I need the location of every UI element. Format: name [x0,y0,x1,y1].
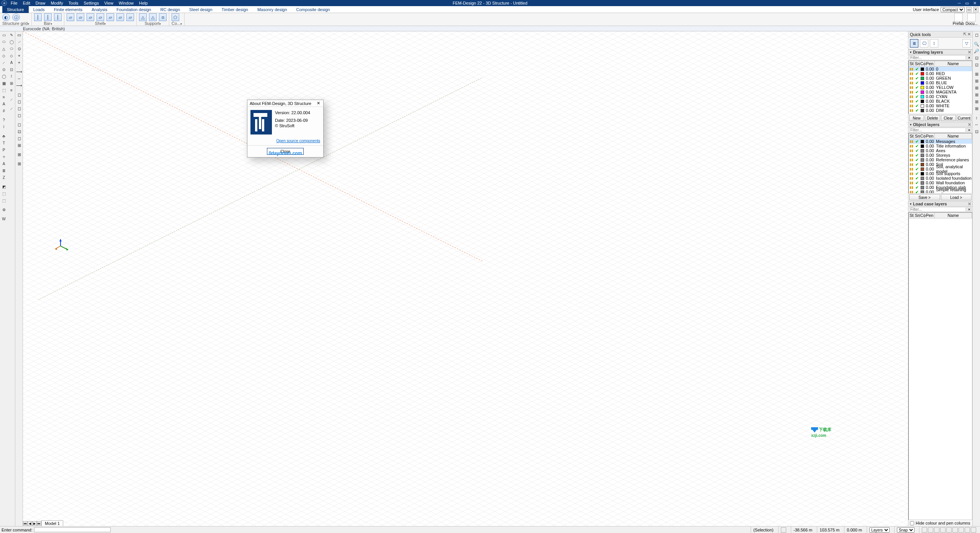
pin-icon[interactable]: ⇱ [963,32,967,37]
layer-row[interactable]: ▮▮✔0.00Storeys [909,153,972,157]
left-tool-26[interactable]: ⬚ [0,197,7,203]
layer-row[interactable]: ▮▮✔0.00MAGENTA [909,90,972,94]
left-tool-19[interactable]: ⟡ [0,154,7,160]
right-tool-0[interactable]: ◻ [973,32,980,38]
menu-help[interactable]: Help [139,1,148,5]
left-tool-c-2[interactable]: ⊙ [16,46,23,52]
close-section-icon[interactable]: ✕ [968,122,972,127]
tab-composite-design[interactable]: Composite design [292,6,335,13]
left-tool-b-4[interactable]: A [8,59,15,66]
right-tool-7[interactable]: ⊞ [973,71,980,77]
group-shell[interactable]: Shell [95,21,106,26]
right-tool-12[interactable]: ⊞ [973,105,980,112]
left-tool-6[interactable]: ◯ [0,73,7,79]
left-tool-18[interactable]: P [0,147,7,153]
left-tool-c-7[interactable]: ↔ [16,75,23,82]
open-source-link[interactable]: Open source components [276,139,320,143]
left-tool-c-16[interactable]: ⊡ [16,128,23,134]
snap-dropdown[interactable]: Snap [897,527,915,533]
menu-modify[interactable]: Modify [51,1,63,5]
minimize-button[interactable]: ─ [955,0,963,6]
snap-icon-3[interactable] [934,527,939,533]
snap-icon-8[interactable] [965,527,970,533]
tab-finite-elements[interactable]: Finite elements [49,6,87,13]
viewport-canvas[interactable]: 下载库 xzji.com [23,31,908,526]
layer-row[interactable]: ▮▮✔0.00Simple retaining wall [909,190,972,194]
snap-icon-4[interactable] [940,527,946,533]
new-layer-button[interactable]: New [909,115,924,121]
left-tool-13[interactable]: ? [0,117,7,123]
drawing-layers-header[interactable]: Drawing layers✕ [908,49,972,55]
snap-icon-7[interactable] [959,527,964,533]
close-section-icon[interactable]: ✕ [968,202,972,207]
left-tool-b-10[interactable]: ⟋ [8,96,15,102]
tab-nav-last-icon[interactable]: ⏭ [37,521,41,526]
left-tool-25[interactable]: ⬚ [0,190,7,197]
left-tool-b-12[interactable]: ⟋ [8,105,15,112]
ui-mode-select[interactable]: Compact [941,7,965,12]
snap-icon-6[interactable] [952,527,958,533]
support-tool-3-icon[interactable]: ⧈ [159,13,167,21]
save-layers-button[interactable]: Save > [909,194,940,200]
right-tool-16[interactable]: ⊡ [973,128,980,134]
left-tool-b-1[interactable]: ◯ [8,39,15,45]
left-tool-11[interactable]: # [0,108,7,114]
left-tool-c-6[interactable]: ⟶ [16,69,23,75]
layer-row[interactable]: ▮▮✔0.00YELLOW [909,85,972,90]
left-tool-c-8[interactable]: ⟶ [16,82,23,89]
selection-mode-icon[interactable] [781,527,786,533]
layer-row[interactable]: ▮▮✔0.00CYAN [909,94,972,99]
display-tab-icon[interactable]: 🖵 [920,39,928,48]
restore-window-icon[interactable]: ▭ [966,7,972,12]
left-tool-2[interactable]: △ [0,46,7,52]
load-layers-button[interactable]: Load > [941,194,972,200]
right-tool-9[interactable]: ⊞ [973,85,980,91]
left-tool-22[interactable]: Z [0,174,7,180]
snap-icon-2[interactable] [928,527,933,533]
left-tool-c-10[interactable]: ◻ [16,92,23,98]
left-tool-7[interactable]: ▦ [0,80,7,86]
right-tool-8[interactable]: ⊞ [973,78,980,84]
left-tool-20[interactable]: A [0,161,7,167]
left-tool-c-0[interactable]: ▭ [16,32,23,38]
left-tool-c-18[interactable]: ⊞ [16,142,23,148]
support-tool-1-icon[interactable]: △ [139,13,147,21]
menu-edit[interactable]: Edit [23,1,30,5]
bar-tool-1-icon[interactable]: ⎮ [34,13,42,21]
info-icon[interactable]: ⓘ [12,13,20,21]
tab-structure[interactable]: Structure [2,6,29,13]
clear-layer-button[interactable]: Clear [941,115,956,121]
model-tab-1[interactable]: Model 1 [41,520,63,526]
layers-tab-icon[interactable]: ≣ [910,39,918,48]
layer-row[interactable]: ▮▮✔0.00Wall foundation [909,180,972,185]
menu-view[interactable]: View [104,1,113,5]
loadcase-filter-clear-icon[interactable]: ✕ [967,207,972,212]
left-tool-c-17[interactable]: ◻ [16,135,23,141]
bar-tool-2-icon[interactable]: ⎮ [44,13,52,21]
shell-tool-6-icon[interactable]: ▱ [116,13,124,21]
left-tool-c-11[interactable]: ◻ [16,98,23,105]
tab-nav-next-icon[interactable]: ▶ [32,521,37,526]
tab-analysis[interactable]: Analysis [87,6,112,13]
left-tool-1[interactable]: ⬭ [0,39,7,45]
drawing-filter-input[interactable] [909,55,966,60]
layer-row[interactable]: ▮▮✔0.00RED [909,71,972,76]
object-filter-input[interactable] [909,128,966,133]
object-layers-header[interactable]: Object layers✕ [908,122,972,127]
left-tool-0[interactable]: ▭ [0,32,7,38]
layer-row[interactable]: ▮▮✔0.00Reference planes [909,157,972,162]
layer-row[interactable]: ▮▮✔0.00Title information [909,144,972,148]
layer-row[interactable]: ▮▮✔0.00Soil supports [909,171,972,176]
close-panel-icon[interactable]: ✕ [967,32,971,37]
group-bar[interactable]: Bar [44,21,52,26]
shell-tool-7-icon[interactable]: ▱ [126,13,134,21]
right-tool-10[interactable]: ⊞ [973,92,980,98]
current-layer-button[interactable]: Current [957,115,972,121]
filter-tab-icon[interactable]: ▽ [962,39,971,48]
loadcase-filter-input[interactable] [909,207,966,212]
about-close-button[interactable]: Close [267,148,304,155]
left-tool-b-6[interactable]: ⟟ [8,73,15,79]
object-filter-clear-icon[interactable]: ✕ [967,128,972,133]
left-tool-4[interactable]: ⟋ [0,59,7,66]
layer-row[interactable]: ▮▮✔0.00Isolated foundation [909,176,972,180]
